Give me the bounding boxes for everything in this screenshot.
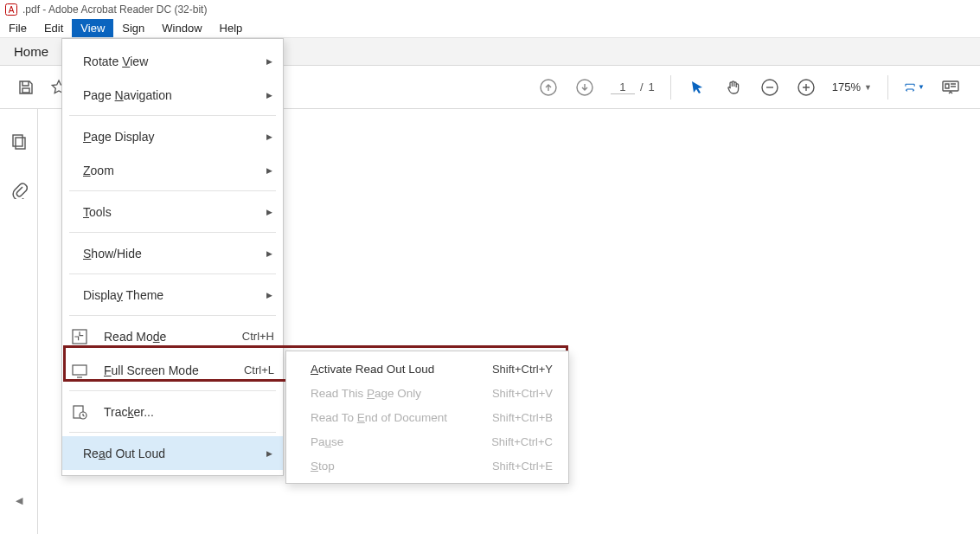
menu-item-page-display[interactable]: Page Display▶ [62, 119, 283, 153]
full-screen-icon [71, 362, 88, 379]
menu-item-page-navigation[interactable]: Page Navigation▶ [62, 78, 283, 112]
menu-item-read-this-page: Read This Page OnlyShift+Ctrl+V [286, 381, 568, 405]
menu-item-pause: PauseShift+Ctrl+C [286, 429, 568, 454]
submenu-arrow-icon: ▶ [266, 91, 272, 100]
menu-item-display-theme[interactable]: Display Theme▶ [62, 278, 283, 312]
menu-item-rotate-view[interactable]: Rotate View▶ [62, 44, 283, 78]
submenu-arrow-icon: ▶ [266, 291, 272, 299]
zoom-out-button[interactable] [759, 77, 780, 98]
shortcut-label: Shift+Ctrl+V [492, 387, 553, 400]
shortcut-label: Shift+Ctrl+Y [492, 363, 553, 376]
menu-separator [69, 390, 276, 391]
shortcut-label: Shift+Ctrl+E [492, 460, 553, 473]
menu-item-read-out-loud[interactable]: Read Out Loud▶ [62, 436, 283, 470]
menu-bar: File Edit View Sign Window Help [0, 19, 980, 38]
menu-file[interactable]: File [0, 19, 35, 37]
shortcut-label: Ctrl+L [244, 364, 274, 376]
page-current-input[interactable]: 1 [611, 80, 635, 94]
menu-item-read-to-end: Read To End of DocumentShift+Ctrl+B [286, 405, 568, 429]
hand-tool-button[interactable] [723, 77, 744, 98]
zoom-value: 175% [832, 80, 861, 93]
menu-separator [69, 232, 276, 233]
shortcut-label: Ctrl+H [242, 330, 274, 343]
page-up-button[interactable] [538, 77, 559, 98]
chevron-down-icon: ▼ [918, 83, 925, 91]
app-icon: A [5, 3, 17, 16]
svg-rect-11 [73, 365, 86, 375]
menu-view[interactable]: View [72, 19, 113, 37]
page-total: 1 [649, 80, 655, 93]
fit-width-button[interactable]: ▼ [904, 77, 925, 98]
menu-item-stop: StopShift+Ctrl+E [286, 454, 568, 478]
svg-rect-8 [13, 135, 22, 146]
menu-item-zoom[interactable]: Zoom▶ [62, 153, 283, 187]
submenu-arrow-icon: ▶ [266, 132, 272, 141]
toolbar-divider [670, 75, 671, 100]
menu-edit[interactable]: Edit [35, 19, 72, 37]
menu-item-tools[interactable]: Tools▶ [62, 195, 283, 228]
menu-window[interactable]: Window [153, 19, 210, 37]
attachments-button[interactable] [10, 182, 28, 199]
svg-text:A: A [9, 5, 15, 15]
collapse-pane-button[interactable]: ◀ [16, 495, 22, 506]
menu-item-read-mode[interactable]: Read Mode Ctrl+H [62, 319, 283, 353]
view-mode-button[interactable] [940, 77, 961, 98]
tab-home[interactable]: Home [14, 44, 48, 59]
menu-separator [69, 115, 276, 116]
menu-item-show-hide[interactable]: Show/Hide▶ [62, 236, 283, 270]
menu-separator [69, 432, 276, 433]
menu-item-full-screen[interactable]: Full Screen Mode Ctrl+L [62, 353, 283, 387]
menu-separator [69, 315, 276, 316]
submenu-arrow-icon: ▶ [266, 57, 272, 66]
toolbar-divider [887, 75, 888, 100]
zoom-in-button[interactable] [796, 77, 817, 98]
shortcut-label: Shift+Ctrl+B [492, 411, 553, 424]
left-navigation-pane: ◀ [0, 109, 38, 534]
window-title: .pdf - Adobe Acrobat Reader DC (32-bit) [22, 3, 207, 16]
thumbnails-button[interactable] [10, 133, 28, 151]
chevron-down-icon: ▼ [864, 83, 872, 92]
shortcut-label: Shift+Ctrl+C [491, 435, 553, 448]
menu-separator [69, 190, 276, 191]
svg-rect-2 [22, 88, 29, 93]
submenu-arrow-icon: ▶ [266, 208, 272, 216]
page-indicator: 1 / 1 [611, 80, 655, 94]
menu-separator [69, 273, 276, 274]
title-bar: A .pdf - Adobe Acrobat Reader DC (32-bit… [0, 0, 980, 19]
menu-item-activate-read-out-loud[interactable]: Activate Read Out LoudShift+Ctrl+Y [286, 357, 568, 381]
svg-rect-9 [16, 138, 25, 149]
menu-help[interactable]: Help [211, 19, 252, 37]
read-mode-icon [71, 328, 88, 345]
page-separator: / [640, 80, 644, 93]
menu-item-tracker[interactable]: Tracker... [62, 395, 283, 428]
submenu-arrow-icon: ▶ [266, 166, 272, 175]
submenu-arrow-icon: ▶ [266, 249, 272, 258]
selection-tool-button[interactable] [687, 77, 708, 98]
menu-sign[interactable]: Sign [113, 19, 153, 37]
save-button[interactable] [16, 77, 36, 98]
view-menu-dropdown: Rotate View▶ Page Navigation▶ Page Displ… [61, 38, 284, 476]
submenu-arrow-icon: ▶ [266, 449, 272, 458]
read-out-loud-submenu: Activate Read Out LoudShift+Ctrl+Y Read … [285, 351, 569, 484]
page-down-button[interactable] [574, 77, 595, 98]
tracker-icon [71, 403, 88, 421]
zoom-select[interactable]: 175% ▼ [832, 80, 872, 93]
